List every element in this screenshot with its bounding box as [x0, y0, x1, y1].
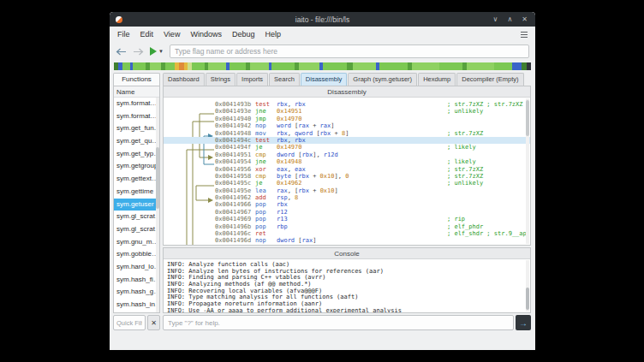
- seekbar-segment: [133, 62, 146, 70]
- tab-strings[interactable]: Strings: [206, 73, 236, 86]
- function-list-item[interactable]: sym.format…: [114, 98, 159, 110]
- quick-filter-input[interactable]: [113, 315, 146, 330]
- continue-button[interactable]: ▼: [150, 47, 164, 56]
- function-list-item[interactable]: sym.gettime: [114, 186, 159, 199]
- function-list-item[interactable]: sym.gnu_m…: [114, 236, 159, 249]
- tab-decompiler[interactable]: Decompiler (Empty): [456, 73, 523, 86]
- seek-input[interactable]: [170, 45, 529, 58]
- disasm-line[interactable]: 0x00414951cmpdword [rbx], r12d: [164, 151, 530, 158]
- clear-filter-button[interactable]: ✕: [147, 315, 160, 330]
- disasm-comment: ; unlikely: [447, 108, 483, 116]
- disasm-line[interactable]: 0x00414940jmp0x14970: [164, 116, 530, 122]
- tab-graph[interactable]: Graph (sym.getuser): [348, 73, 417, 86]
- tab-search[interactable]: Search: [269, 73, 300, 86]
- disasm-mnemonic: jne: [255, 158, 266, 166]
- function-list-item[interactable]: sym.getuser: [114, 199, 159, 211]
- disasm-operands: dword [rbx], r12d: [277, 151, 338, 159]
- address-seekbar[interactable]: [114, 62, 531, 70]
- functions-list-box: Name sym.format…sym.format…sym.get_fun…s…: [113, 86, 160, 313]
- disasm-mnemonic: test: [255, 137, 270, 145]
- minimize-icon[interactable]: ∨: [493, 15, 498, 23]
- console-command-input[interactable]: [163, 315, 514, 330]
- tab-strip: DashboardStringsImportsSearchDisassembly…: [163, 73, 531, 86]
- disasm-line[interactable]: 0x00414956xoreax, eax; str.7zXZ: [164, 166, 530, 173]
- app-logo-icon: [116, 16, 122, 23]
- menu-overflow-icon[interactable]: [521, 32, 528, 39]
- title-bar[interactable]: iaito - file:///bin/ls ∨ ∧ ✕: [110, 12, 535, 27]
- functions-column-header[interactable]: Name: [114, 86, 159, 98]
- disassembly-dock-title[interactable]: Disassembly: [164, 86, 530, 98]
- menu-file[interactable]: File: [112, 28, 135, 40]
- functions-scrollbar-thumb[interactable]: [156, 147, 159, 209]
- disasm-mnemonic: cmp: [255, 151, 266, 159]
- tab-dashboard[interactable]: Dashboard: [163, 73, 205, 86]
- disasm-line[interactable]: 0x0041496cret; elf_shdr ; str.9__ap: [164, 230, 530, 237]
- menu-help[interactable]: Help: [259, 28, 286, 40]
- menu-edit[interactable]: Edit: [135, 28, 159, 40]
- tab-hexdump[interactable]: Hexdump: [418, 73, 456, 86]
- console-scrollbar[interactable]: [526, 260, 529, 312]
- chevron-down-icon[interactable]: ▼: [158, 49, 164, 54]
- disasm-operands: rbx, rbx: [277, 101, 306, 109]
- disasm-line[interactable]: 0x0041495elearax, [rbx + 0x10]: [164, 187, 530, 194]
- seekbar-segment: [150, 62, 161, 70]
- function-list-item[interactable]: sym.gl_scrat…: [114, 211, 159, 223]
- seekbar-segment: [379, 62, 407, 70]
- disasm-line[interactable]: 0x0041493btestrbx, rbx; str.7zXZ ; str.7…: [164, 101, 530, 108]
- disasm-line[interactable]: 0x00414942nopword [rax + rax]: [164, 122, 530, 129]
- function-list-item[interactable]: sym.get_fun…: [114, 122, 159, 135]
- console-output[interactable]: INFO: Analyze function calls (aac)INFO: …: [164, 260, 530, 312]
- back-icon[interactable]: [116, 48, 127, 56]
- maximize-icon[interactable]: ∧: [507, 15, 512, 23]
- disasm-line[interactable]: 0x0041494fje0x14970; likely: [164, 144, 530, 151]
- function-list-item[interactable]: sym.gettext…: [114, 173, 159, 186]
- seekbar-segment: [323, 62, 347, 70]
- tab-disassembly[interactable]: Disassembly: [301, 73, 348, 86]
- console-scrollbar-thumb[interactable]: [526, 288, 529, 310]
- arrow-right-icon: →: [519, 318, 528, 328]
- function-list-item[interactable]: sym.get_typ…: [114, 148, 159, 161]
- disasm-line[interactable]: 0x00414948movrbx, qword [rbx + 8]; str.7…: [164, 130, 530, 137]
- disasm-address: 0x0041493b: [215, 101, 251, 109]
- tab-imports[interactable]: Imports: [236, 73, 268, 86]
- disasm-line[interactable]: 0x00414969popr13; rip: [164, 216, 530, 223]
- console-send-button[interactable]: →: [516, 315, 531, 330]
- disasm-line[interactable]: 0x0041496bpoprbp; elf_phdr: [164, 223, 530, 230]
- disassembly-listing[interactable]: 0x0041493btestrbx, rbx; str.7zXZ ; str.7…: [164, 98, 530, 245]
- menu-view[interactable]: View: [158, 28, 185, 40]
- function-list-item[interactable]: sym.gl_scrat…: [114, 223, 159, 236]
- tab-row: Functions DashboardStringsImportsSearchD…: [113, 72, 531, 86]
- console-line: INFO: Use -AA or aaaa to perform additio…: [167, 308, 527, 313]
- console-dock: Console INFO: Analyze function calls (aa…: [163, 247, 531, 313]
- function-list-item[interactable]: sym.gobble…: [114, 248, 159, 261]
- disasm-address: 0x00414962: [215, 194, 251, 202]
- function-list-item[interactable]: sym.get_qu…: [114, 135, 159, 148]
- function-list-item[interactable]: sym.hash_g…: [114, 286, 159, 299]
- disasm-address: 0x0041495e: [215, 187, 251, 195]
- disasm-line[interactable]: 0x00414966poprbx: [164, 201, 530, 208]
- functions-scrollbar[interactable]: [156, 98, 159, 312]
- disasm-line[interactable]: 0x0041495cje0x14962; unlikely: [164, 180, 530, 187]
- menu-windows[interactable]: Windows: [185, 28, 227, 40]
- function-list-item[interactable]: sym.hash_in…: [114, 299, 159, 312]
- function-list-item[interactable]: sym.getgroup: [114, 160, 159, 173]
- seekbar-segment: [271, 62, 295, 70]
- function-list-item[interactable]: sym.hard_lo…: [114, 261, 159, 274]
- function-list-item[interactable]: sym.hash_fi…: [114, 274, 159, 287]
- disasm-line[interactable]: 0x0041494ctestrbx, rbx: [164, 137, 530, 144]
- close-icon[interactable]: ✕: [522, 15, 528, 23]
- disasm-line[interactable]: 0x0041496dnopdword [rax]: [164, 237, 530, 244]
- disassembly-scrollbar-thumb[interactable]: [526, 100, 529, 136]
- disassembly-scrollbar[interactable]: [526, 98, 529, 244]
- disasm-line[interactable]: 0x00414958cmpbyte [rbx + 0x10], 0; str.7…: [164, 173, 530, 180]
- menu-debug[interactable]: Debug: [227, 28, 260, 40]
- disasm-comment: ; str.7zXZ ; str.7zXZ: [447, 101, 523, 109]
- disasm-line[interactable]: 0x00414962addrsp, 8: [164, 194, 530, 201]
- functions-dock-tab[interactable]: Functions: [113, 73, 160, 86]
- function-list-item[interactable]: sym.format…: [114, 110, 159, 123]
- disasm-line[interactable]: 0x00414967popr12: [164, 209, 530, 216]
- forward-icon[interactable]: [133, 48, 144, 56]
- console-dock-title[interactable]: Console: [164, 248, 530, 259]
- disasm-line[interactable]: 0x0041493ejne0x14951; unlikely: [164, 108, 530, 115]
- disasm-line[interactable]: 0x00414954jne0x14948; likely: [164, 158, 530, 165]
